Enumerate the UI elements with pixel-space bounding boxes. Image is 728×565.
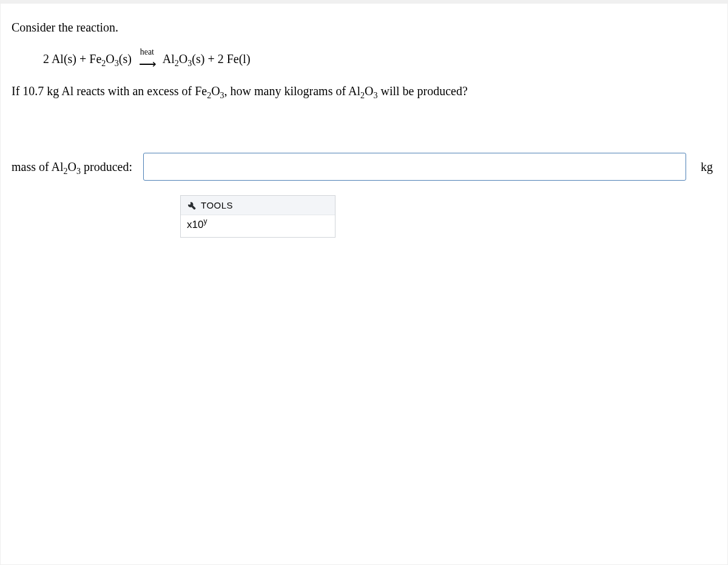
problem-question: If 10.7 kg Al reacts with an excess of F… — [12, 84, 716, 98]
tools-body: x10y — [181, 215, 335, 237]
label-sub: 2 — [64, 167, 68, 176]
eq-sub: 2 — [175, 59, 179, 68]
scientific-notation-button[interactable]: x10y — [187, 219, 207, 230]
reaction-arrow: heat ⟶ — [139, 48, 155, 70]
q-text: If 10.7 kg Al reacts with an excess of F… — [12, 84, 207, 98]
tools-panel: TOOLS x10y — [180, 195, 335, 238]
eq-text: (s) — [119, 52, 132, 65]
answer-input[interactable] — [143, 153, 686, 181]
label-sub: 3 — [76, 167, 81, 176]
q-sub: 3 — [220, 91, 224, 100]
label-text: produced: — [81, 160, 132, 173]
arrow-label: heat — [140, 48, 154, 56]
problem-intro: Consider the reaction. — [12, 21, 716, 35]
label-text: O — [68, 160, 76, 173]
label-text: mass of Al — [12, 160, 64, 173]
q-sub: 2 — [360, 91, 365, 100]
tools-title: TOOLS — [201, 200, 233, 210]
wrench-icon — [187, 201, 196, 210]
answer-row: mass of Al2O3 produced: kg — [12, 153, 716, 181]
sci-exp: y — [203, 217, 207, 226]
q-text: O — [211, 84, 220, 98]
eq-text: Al — [163, 52, 175, 65]
answer-label: mass of Al2O3 produced: — [12, 160, 132, 174]
content-area: Consider the reaction. 2 Al(s) + Fe2O3(s… — [1, 4, 727, 249]
equation-rhs: Al2O3(s) + 2 Fe(l) — [163, 52, 251, 66]
tools-header: TOOLS — [181, 196, 335, 215]
eq-text: O — [106, 52, 114, 65]
eq-text: 2 Al(s) + Fe — [43, 52, 101, 65]
eq-sub: 3 — [115, 59, 119, 68]
eq-text: O — [179, 52, 187, 65]
equation-lhs: 2 Al(s) + Fe2O3(s) — [43, 52, 132, 66]
q-text: will be produced? — [377, 84, 467, 98]
reaction-equation: 2 Al(s) + Fe2O3(s) heat ⟶ Al2O3(s) + 2 F… — [43, 48, 716, 70]
q-text: O — [365, 84, 373, 98]
sci-base: x10 — [187, 219, 203, 230]
question-page: Consider the reaction. 2 Al(s) + Fe2O3(s… — [0, 0, 728, 565]
q-text: , how many kilograms of Al — [224, 84, 360, 98]
eq-text: (s) + 2 Fe(l) — [192, 52, 250, 65]
arrow-icon: ⟶ — [139, 58, 155, 70]
answer-unit: kg — [701, 160, 713, 174]
